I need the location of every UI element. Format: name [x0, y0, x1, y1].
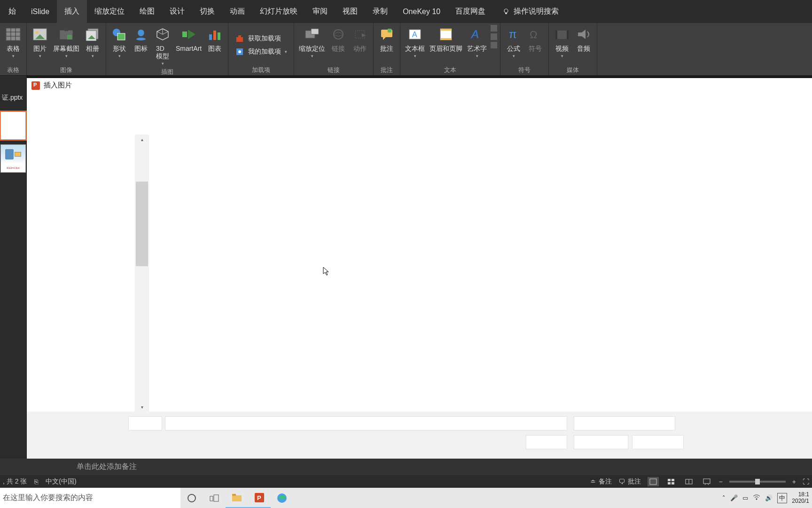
icons-button[interactable]: 图标: [131, 25, 151, 67]
scroll-down[interactable]: ▾: [135, 402, 149, 412]
scroll-up[interactable]: ▴: [135, 135, 149, 144]
svg-rect-63: [210, 496, 213, 501]
svg-rect-66: [232, 494, 236, 496]
dialog-scrollbar[interactable]: ▴ ▾: [135, 135, 149, 412]
text-extra-buttons[interactable]: [491, 25, 497, 65]
svg-point-31: [238, 50, 241, 53]
svg-rect-54: [671, 479, 674, 481]
language-status[interactable]: 中文(中国): [46, 477, 76, 486]
tab-zoom[interactable]: 缩放定位: [87, 0, 132, 23]
screenshot-button[interactable]: 屏幕截图▾: [51, 25, 81, 65]
explorer-taskbar-icon[interactable]: [226, 488, 248, 508]
album-button[interactable]: 相册▾: [82, 25, 103, 65]
textbox-icon: A: [406, 26, 423, 43]
wordart-button[interactable]: A艺术字▾: [465, 25, 489, 65]
group-links-label: 链接: [297, 65, 370, 75]
slide-thumb-2[interactable]: 8.6/2=4.3cm: [0, 144, 26, 173]
pi-icon: π: [505, 26, 522, 43]
fit-button[interactable]: ⛶: [803, 478, 809, 485]
filename-label-field: [128, 416, 162, 430]
filetype-dropdown[interactable]: [574, 416, 675, 430]
tab-animation[interactable]: 动画: [222, 0, 252, 23]
tab-record[interactable]: 录制: [365, 0, 395, 23]
picture-icon: [31, 26, 48, 43]
svg-rect-65: [232, 495, 242, 501]
comment-button[interactable]: 批注: [376, 25, 397, 65]
taskbar-search[interactable]: 在这里输入你要搜索的内容: [0, 488, 180, 508]
tab-view[interactable]: 视图: [335, 0, 365, 23]
spellcheck-icon[interactable]: ⎘: [34, 478, 38, 485]
tab-transition[interactable]: 切换: [192, 0, 222, 23]
svg-point-62: [188, 494, 195, 502]
status-bar: , 共 2 张 ⎘ 中文(中国) ≐备注 🗨批注 − + ⛶: [0, 475, 812, 488]
slideshow-view-button[interactable]: [701, 477, 712, 486]
zoom-out-button[interactable]: −: [719, 478, 723, 485]
3d-model-button[interactable]: 3D 模型▾: [152, 25, 173, 67]
svg-text:A: A: [412, 31, 417, 39]
normal-view-button[interactable]: [648, 477, 659, 486]
notes-toggle[interactable]: ≐备注: [590, 477, 612, 486]
svg-marker-51: [578, 30, 586, 39]
tray-chevron-icon[interactable]: ˄: [722, 494, 726, 501]
zoom-to-button[interactable]: 缩放定位▾: [297, 25, 327, 65]
scroll-thumb[interactable]: [136, 182, 148, 266]
sorter-view-button[interactable]: [665, 477, 677, 486]
picture-button[interactable]: 图片▾: [30, 25, 50, 65]
svg-marker-24: [188, 30, 195, 39]
edge-taskbar-icon[interactable]: [271, 488, 293, 508]
scroll-track[interactable]: [135, 144, 149, 402]
comments-toggle[interactable]: 🗨批注: [618, 477, 641, 486]
zoom-slider[interactable]: [729, 481, 786, 483]
shapes-button[interactable]: 形状▾: [109, 25, 130, 67]
action-icon: [351, 26, 368, 43]
tab-islide[interactable]: iSlide: [23, 0, 57, 23]
tab-baidu[interactable]: 百度网盘: [448, 0, 493, 23]
tools-button[interactable]: [526, 435, 567, 449]
tell-me-search[interactable]: 操作说明搜索: [495, 0, 566, 23]
powerpoint-taskbar-icon[interactable]: P: [248, 488, 271, 508]
tab-review[interactable]: 审阅: [305, 0, 335, 23]
battery-icon[interactable]: ▭: [742, 494, 748, 501]
task-view-button[interactable]: [203, 488, 226, 508]
my-addins-button[interactable]: 我的加载项▾: [235, 47, 287, 56]
ime-indicator[interactable]: 中: [777, 493, 787, 503]
tab-start[interactable]: 始: [1, 0, 23, 23]
smartart-button[interactable]: SmartArt: [174, 25, 203, 67]
textbox-button[interactable]: A文本框▾: [403, 25, 427, 65]
insert-button[interactable]: [574, 435, 628, 449]
dialog-footer: [27, 412, 812, 459]
reading-view-button[interactable]: [683, 477, 695, 486]
tab-insert[interactable]: 插入: [57, 0, 87, 23]
cancel-button[interactable]: [632, 435, 684, 449]
svg-rect-44: [440, 38, 452, 40]
svg-line-22: [163, 32, 168, 34]
filename-input[interactable]: [165, 416, 567, 430]
tab-slideshow[interactable]: 幻灯片放映: [252, 0, 305, 23]
notes-pane[interactable]: 单击此处添加备注: [0, 459, 812, 475]
mic-icon[interactable]: 🎤: [730, 494, 738, 501]
slide-thumb-1[interactable]: [0, 111, 26, 140]
tab-design[interactable]: 设计: [162, 0, 192, 23]
zoom-handle[interactable]: [755, 479, 760, 484]
zoom-icon: [304, 26, 320, 43]
svg-line-21: [157, 32, 163, 34]
equation-button[interactable]: π公式▾: [503, 25, 524, 65]
wifi-icon[interactable]: [753, 494, 760, 501]
insert-picture-dialog: 插入图片 ▴ ▾: [27, 78, 812, 459]
svg-marker-36: [362, 33, 366, 37]
clock[interactable]: 18:1 2020/1: [792, 492, 809, 504]
group-addins-label: 加载项: [231, 65, 291, 75]
audio-button[interactable]: 音频: [573, 25, 594, 65]
video-button[interactable]: 视频▾: [552, 25, 572, 65]
cortana-button[interactable]: [180, 488, 203, 508]
wordart-icon: A: [468, 26, 485, 43]
table-button[interactable]: 表格▾: [3, 25, 23, 65]
tab-onekey[interactable]: OneKey 10: [395, 0, 448, 23]
volume-icon[interactable]: 🔊: [765, 494, 773, 501]
tab-draw[interactable]: 绘图: [132, 0, 162, 23]
cube-icon: [154, 26, 171, 43]
zoom-in-button[interactable]: +: [792, 478, 796, 485]
get-addins-button[interactable]: 获取加载项: [235, 34, 287, 43]
header-footer-button[interactable]: 页眉和页脚: [428, 25, 464, 65]
chart-button[interactable]: 图表: [204, 25, 225, 67]
